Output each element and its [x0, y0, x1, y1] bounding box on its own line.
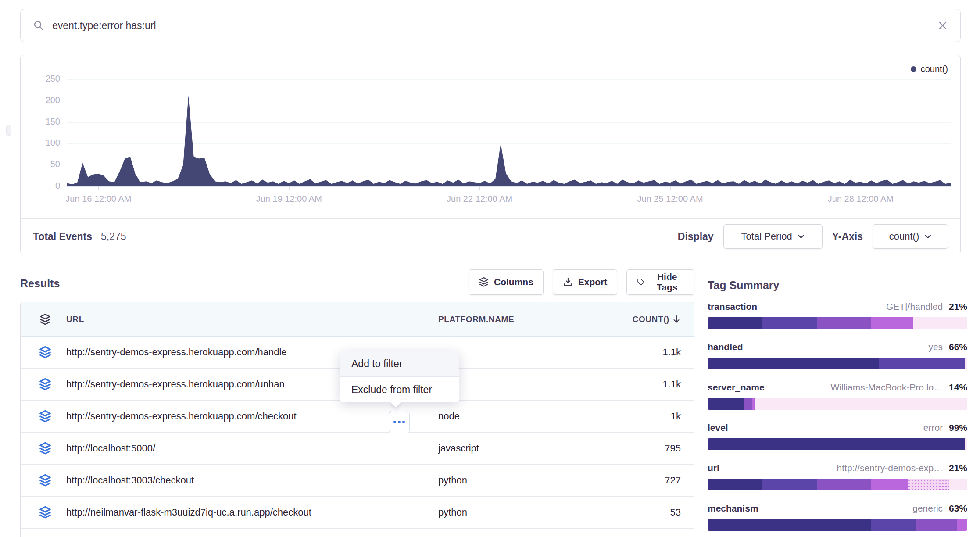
- column-header-count-label: COUNT(): [633, 315, 669, 324]
- tag-percent: 21%: [949, 463, 967, 473]
- tag-name[interactable]: url: [708, 463, 719, 473]
- tag-items: transaction GET|/handled 21% handled yes…: [708, 301, 967, 537]
- row-url[interactable]: http://localhost:3003/checkout: [66, 475, 438, 486]
- tag-bar-segment[interactable]: [755, 398, 967, 410]
- y-axis-label: Y-Axis: [832, 231, 863, 243]
- row-url[interactable]: http://sentry-demos-express.herokuapp.co…: [66, 411, 438, 422]
- tag-bar-segment[interactable]: [817, 317, 871, 329]
- x-axis-tick: Jun 22 12:00 AM: [447, 194, 512, 204]
- tag-bar-segment[interactable]: [908, 479, 949, 490]
- menu-item-label: Add to filter: [351, 358, 402, 370]
- row-count[interactable]: 727: [593, 475, 681, 486]
- search-icon: [33, 20, 44, 31]
- tag-bar-segment[interactable]: [965, 358, 967, 369]
- legend-dot-icon: [911, 66, 916, 72]
- row-count[interactable]: 1.1k: [593, 347, 681, 358]
- tag-bar-segment[interactable]: [913, 317, 967, 329]
- stack-icon: [36, 378, 54, 391]
- hide-tags-button[interactable]: Hide Tags: [626, 269, 694, 295]
- tag-distribution-bar[interactable]: [708, 398, 967, 410]
- row-platform[interactable]: node: [438, 411, 593, 422]
- y-axis-tick: 250: [27, 74, 60, 84]
- row-count[interactable]: 795: [593, 443, 681, 454]
- tag-bar-segment[interactable]: [708, 317, 762, 329]
- tag-bar-segment[interactable]: [916, 519, 957, 531]
- row-platform[interactable]: python: [438, 507, 593, 518]
- menu-item[interactable]: Exclude from filter: [340, 376, 459, 402]
- table-header-row: URL PLATFORM.NAME COUNT(): [21, 302, 694, 337]
- column-header-count[interactable]: COUNT(): [593, 315, 681, 324]
- tag-name[interactable]: handled: [708, 342, 743, 352]
- x-axis-tick: Jun 25 12:00 AM: [637, 194, 703, 204]
- tag-distribution-bar[interactable]: [708, 438, 967, 450]
- export-button[interactable]: Export: [553, 269, 618, 295]
- row-count[interactable]: 1.1k: [593, 379, 681, 390]
- x-axis-tickmark: [289, 186, 290, 190]
- tag-item: server_name Williams-MacBook-Pro.lo… 14%: [708, 382, 967, 410]
- display-value: Total Period: [741, 231, 792, 242]
- cell-actions-button[interactable]: [389, 411, 410, 433]
- y-axis-tick: 100: [27, 138, 60, 148]
- row-count[interactable]: 53: [593, 507, 681, 518]
- column-header-url[interactable]: URL: [66, 315, 438, 324]
- chart-legend[interactable]: count(): [911, 64, 948, 74]
- x-axis-tickmark: [479, 186, 480, 190]
- tag-name[interactable]: transaction: [708, 301, 757, 312]
- tag-distribution-bar[interactable]: [708, 317, 967, 329]
- row-url[interactable]: http://localhost:5000/: [66, 443, 438, 454]
- tag-bar-segment[interactable]: [871, 479, 908, 490]
- tag-bar-segment[interactable]: [708, 519, 871, 531]
- tag-name[interactable]: level: [708, 422, 728, 433]
- tag-bar-segment[interactable]: [817, 479, 871, 490]
- tag-bar-segment[interactable]: [708, 438, 965, 450]
- table-row[interactable]: http://localhost:3003/checkout python 72…: [21, 465, 694, 497]
- x-axis-tick: Jun 16 12:00 AM: [65, 194, 131, 204]
- menu-items: Add to filter Exclude from filter: [340, 351, 459, 402]
- tag-bar-segment[interactable]: [871, 519, 916, 531]
- search-bar[interactable]: event.type:error has:url: [20, 9, 961, 42]
- events-chart-panel: count() 050100150200250Jun 16 12:00 AMJu…: [20, 55, 961, 254]
- tag-bar-segment[interactable]: [965, 438, 967, 450]
- search-input[interactable]: event.type:error has:url: [52, 20, 930, 32]
- tag-bar-segment[interactable]: [708, 479, 762, 490]
- ellipsis-icon: [398, 421, 401, 423]
- y-axis-select[interactable]: count(): [873, 224, 948, 249]
- tag-distribution-bar[interactable]: [708, 519, 967, 531]
- tag-bar-segment[interactable]: [871, 317, 913, 329]
- table-row[interactable]: http://localhost:5000/ javascript 795: [21, 433, 694, 465]
- tag-bar-segment[interactable]: [708, 398, 744, 410]
- total-events-value: 5,275: [101, 231, 126, 243]
- y-axis-value: count(): [889, 231, 919, 242]
- area-chart[interactable]: [67, 79, 951, 186]
- tag-distribution-bar[interactable]: [708, 358, 967, 369]
- table-row[interactable]: http://sentry-demos-express.herokuapp.co…: [21, 401, 694, 433]
- results-heading: Results: [20, 277, 60, 290]
- tag-bar-segment[interactable]: [879, 358, 965, 369]
- panel-drag-handle[interactable]: [6, 125, 11, 136]
- tag-bar-segment[interactable]: [708, 358, 879, 369]
- x-axis-tickmark: [670, 186, 671, 190]
- menu-item[interactable]: Add to filter: [340, 351, 459, 376]
- x-axis-tick: Jun 28 12:00 AM: [828, 194, 894, 204]
- row-url[interactable]: http://neilmanvar-flask-m3uuizd7iq-uc.a.…: [66, 507, 438, 518]
- tag-bar-segment[interactable]: [744, 398, 752, 410]
- ellipsis-icon: [393, 421, 396, 423]
- clear-search-icon[interactable]: [937, 20, 948, 31]
- tag-item: handled yes 66%: [708, 342, 967, 369]
- tag-item: url http://sentry-demos-exp… 21%: [708, 463, 967, 490]
- table-row[interactable]: http://neilmanvar-flask-m3uuizd7iq-uc.a.…: [21, 497, 694, 529]
- column-header-platform[interactable]: PLATFORM.NAME: [438, 315, 593, 324]
- tag-bar-segment[interactable]: [762, 317, 816, 329]
- row-platform[interactable]: javascript: [438, 443, 593, 454]
- tag-bar-segment[interactable]: [762, 479, 816, 490]
- tag-name[interactable]: server_name: [708, 382, 765, 393]
- columns-button[interactable]: Columns: [469, 269, 544, 295]
- display-select[interactable]: Total Period: [723, 224, 823, 249]
- row-count[interactable]: 1k: [593, 411, 681, 422]
- tag-bar-segment[interactable]: [949, 479, 967, 490]
- tag-name[interactable]: mechanism: [708, 503, 758, 514]
- row-platform[interactable]: python: [438, 475, 593, 486]
- tag-bar-segment[interactable]: [957, 519, 967, 531]
- tag-distribution-bar[interactable]: [708, 479, 967, 490]
- results-toolbar: Columns Export Hide Tags: [469, 269, 694, 295]
